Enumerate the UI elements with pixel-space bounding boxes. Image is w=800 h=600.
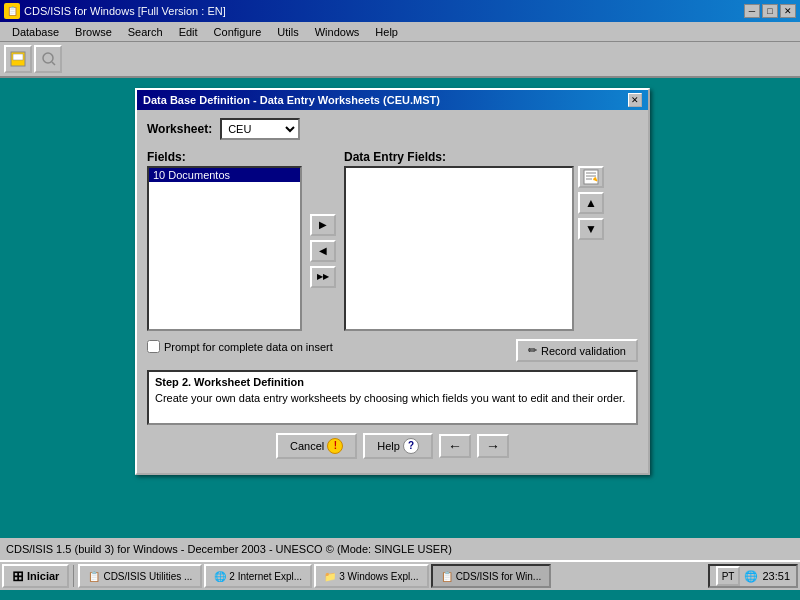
taskbar-item-1-icon: 🌐: [214, 571, 226, 582]
dialog: Data Base Definition - Data Entry Worksh…: [135, 88, 650, 475]
nav-back-button[interactable]: ←: [439, 434, 471, 458]
worksheet-select[interactable]: CEU: [220, 118, 300, 140]
fields-list-item[interactable]: 10 Documentos: [149, 168, 300, 182]
menu-database[interactable]: Database: [4, 24, 67, 40]
status-bar: CDS/ISIS 1.5 (build 3) for Windows - Dec…: [0, 538, 800, 560]
bottom-info: Step 2. Worksheet Definition Create your…: [147, 370, 638, 425]
svg-line-3: [52, 62, 55, 65]
app-icon: 📋: [4, 3, 20, 19]
taskbar-item-0[interactable]: 📋 CDS/ISIS Utilities ...: [78, 564, 202, 588]
windows-logo: ⊞: [12, 568, 24, 584]
step-title: Step 2. Worksheet Definition: [155, 376, 630, 388]
worksheet-row: Worksheet: CEU: [147, 118, 638, 140]
taskbar-right: PT 🌐 23:51: [708, 564, 798, 588]
validation-icon: ✏: [528, 344, 537, 357]
title-bar-left: 📋 CDS/ISIS for Windows [Full Version : E…: [4, 3, 226, 19]
menu-help[interactable]: Help: [367, 24, 406, 40]
help-question-icon: ?: [403, 438, 419, 454]
data-entry-label: Data Entry Fields:: [344, 150, 604, 164]
dialog-content: Worksheet: CEU Fields: 10 Documentos ▶ ◀: [137, 110, 648, 473]
language-button[interactable]: PT: [716, 566, 741, 586]
taskbar-item-3[interactable]: 📋 CDS/ISIS for Win...: [431, 564, 552, 588]
worksheet-label: Worksheet:: [147, 122, 212, 136]
arrow-left-button[interactable]: ◀: [310, 240, 336, 262]
svg-rect-4: [584, 170, 598, 184]
prompt-label: Prompt for complete data on insert: [164, 341, 333, 353]
svg-rect-1: [13, 54, 23, 60]
taskbar-item-3-label: CDS/ISIS for Win...: [456, 571, 542, 582]
arrow-buttons: ▶ ◀ ▶▶: [310, 150, 336, 331]
data-entry-side-btns: ▲ ▼: [578, 166, 604, 331]
data-entry-list[interactable]: [344, 166, 574, 331]
svg-point-2: [43, 53, 53, 63]
menu-utils[interactable]: Utils: [269, 24, 306, 40]
title-bar-controls: ─ □ ✕: [744, 4, 796, 18]
taskbar-separator: [73, 565, 74, 587]
data-entry-section: Data Entry Fields:: [344, 150, 604, 331]
arrow-double-right-button[interactable]: ▶▶: [310, 266, 336, 288]
menu-browse[interactable]: Browse: [67, 24, 120, 40]
help-label: Help: [377, 440, 400, 452]
main-area: Data Base Definition - Data Entry Worksh…: [0, 78, 800, 538]
toolbar-btn-2[interactable]: [34, 45, 62, 73]
cancel-warning-icon: !: [327, 438, 343, 454]
dialog-close-button[interactable]: ✕: [628, 93, 642, 107]
taskbar-item-1[interactable]: 🌐 2 Internet Expl...: [204, 564, 312, 588]
taskbar: ⊞ Iniciar 📋 CDS/ISIS Utilities ... 🌐 2 I…: [0, 560, 800, 590]
fields-label: Fields:: [147, 150, 302, 164]
taskbar-item-1-label: 2 Internet Expl...: [229, 571, 302, 582]
taskbar-item-2-icon: 📁: [324, 571, 336, 582]
status-text: CDS/ISIS 1.5 (build 3) for Windows - Dec…: [6, 543, 452, 555]
fields-row: Fields: 10 Documentos ▶ ◀ ▶▶ Data Entry …: [147, 150, 638, 331]
taskbar-time: 23:51: [762, 570, 790, 582]
move-up-button[interactable]: ▲: [578, 192, 604, 214]
menu-edit[interactable]: Edit: [171, 24, 206, 40]
dialog-title-text: Data Base Definition - Data Entry Worksh…: [143, 94, 440, 106]
step-desc: Create your own data entry worksheets by…: [155, 392, 630, 404]
minimize-button[interactable]: ─: [744, 4, 760, 18]
dialog-title-bar: Data Base Definition - Data Entry Worksh…: [137, 90, 648, 110]
globe-icon: 🌐: [744, 570, 758, 583]
cancel-button[interactable]: Cancel !: [276, 433, 357, 459]
taskbar-item-0-label: CDS/ISIS Utilities ...: [103, 571, 192, 582]
menu-search[interactable]: Search: [120, 24, 171, 40]
menu-bar: Database Browse Search Edit Configure Ut…: [0, 22, 800, 42]
edit-button[interactable]: [578, 166, 604, 188]
cancel-label: Cancel: [290, 440, 324, 452]
toolbar-btn-1[interactable]: [4, 45, 32, 73]
fields-list[interactable]: 10 Documentos: [147, 166, 302, 331]
options-row: Prompt for complete data on insert ✏ Rec…: [147, 339, 638, 362]
nav-forward-button[interactable]: →: [477, 434, 509, 458]
data-entry-wrapper: ▲ ▼: [344, 166, 604, 331]
fields-section: Fields: 10 Documentos: [147, 150, 302, 331]
taskbar-item-3-icon: 📋: [441, 571, 453, 582]
toolbar: [0, 42, 800, 78]
start-label: Iniciar: [27, 570, 59, 582]
taskbar-item-2-label: 3 Windows Expl...: [339, 571, 418, 582]
menu-windows[interactable]: Windows: [307, 24, 368, 40]
menu-configure[interactable]: Configure: [206, 24, 270, 40]
dialog-buttons: Cancel ! Help ? ← →: [147, 433, 638, 465]
checkbox-row: Prompt for complete data on insert: [147, 340, 333, 353]
arrow-right-button[interactable]: ▶: [310, 214, 336, 236]
taskbar-item-2[interactable]: 📁 3 Windows Expl...: [314, 564, 428, 588]
help-button[interactable]: Help ?: [363, 433, 433, 459]
taskbar-item-0-icon: 📋: [88, 571, 100, 582]
record-validation-label: Record validation: [541, 345, 626, 357]
title-bar: 📋 CDS/ISIS for Windows [Full Version : E…: [0, 0, 800, 22]
prompt-checkbox[interactable]: [147, 340, 160, 353]
maximize-button[interactable]: □: [762, 4, 778, 18]
record-validation-button[interactable]: ✏ Record validation: [516, 339, 638, 362]
start-button[interactable]: ⊞ Iniciar: [2, 564, 69, 588]
move-down-button[interactable]: ▼: [578, 218, 604, 240]
close-button[interactable]: ✕: [780, 4, 796, 18]
app-title: CDS/ISIS for Windows [Full Version : EN]: [24, 5, 226, 17]
